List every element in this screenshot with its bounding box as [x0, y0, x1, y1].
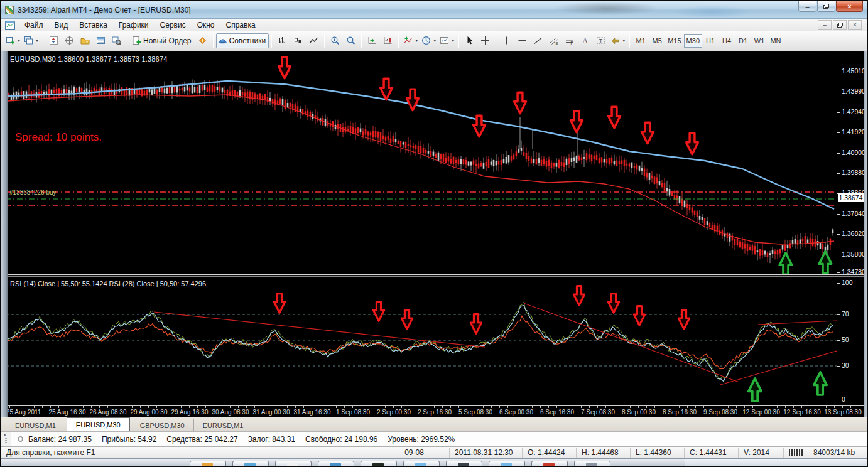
dropdown-caret-icon[interactable]: ▾	[18, 38, 20, 43]
crosshair-button[interactable]	[477, 33, 493, 48]
terminal-button[interactable]	[93, 33, 109, 48]
new-order-button[interactable]: Новый Ордер	[130, 33, 194, 48]
rsi-indicator-canvas[interactable]	[1, 277, 837, 405]
panel-divider[interactable]	[1, 274, 867, 277]
menu-item-4[interactable]: Сервис	[155, 21, 192, 30]
horizontal-line-button[interactable]	[514, 33, 530, 48]
cursor-button[interactable]	[462, 33, 477, 48]
mdi-close-button[interactable]: ×	[848, 20, 862, 30]
taskbar-button[interactable]	[361, 461, 397, 466]
arrows-tool-button[interactable]: ▾	[609, 33, 627, 48]
minimize-button[interactable]: –	[798, 1, 816, 12]
trendline-button[interactable]	[530, 33, 546, 48]
chart-tab-bar: EURUSD,M1EURUSD,M30GBPUSD,M30EURUSD,M1	[1, 416, 867, 431]
menu-item-2[interactable]: Вставка	[73, 21, 113, 30]
price-chart-canvas[interactable]	[1, 52, 837, 274]
zoom-in-button[interactable]	[327, 33, 343, 48]
fibo-icon: F	[565, 36, 574, 45]
timeframe-m30-button[interactable]: M30	[684, 34, 702, 48]
profiles-button[interactable]: ▾	[22, 33, 40, 48]
timeframe-m5-button[interactable]: M5	[649, 34, 665, 48]
taskbar-app-icon	[458, 463, 469, 466]
menu-item-3[interactable]: Графики	[113, 21, 155, 30]
timeframe-d1-button[interactable]: D1	[735, 34, 751, 48]
price-tick	[837, 92, 840, 92]
timeframe-w1-button[interactable]: W1	[751, 34, 768, 48]
menu-item-6[interactable]: Справка	[220, 21, 261, 30]
alerts-button[interactable]: !	[195, 33, 210, 48]
taskbar-button[interactable]	[446, 461, 482, 466]
rsi-axis-label: 0	[842, 395, 845, 403]
candlestick-chart-button[interactable]	[290, 33, 306, 48]
market-watch-button[interactable]	[46, 33, 62, 48]
expert-advisors-button[interactable]: Советники	[216, 33, 269, 48]
price-axis-label: 1.45010	[842, 67, 865, 75]
shift-icon	[383, 36, 393, 45]
taskbar-button[interactable]	[275, 461, 312, 466]
timeframe-m1-button[interactable]: M1	[632, 34, 649, 48]
chart-tab-0[interactable]: EURUSD,M1	[6, 419, 65, 431]
equidistant-channel-button[interactable]: E	[546, 33, 561, 48]
timeframe-h4-button[interactable]: H4	[719, 34, 735, 48]
fibonacci-button[interactable]: F	[561, 33, 577, 48]
chart-tab-1[interactable]: EURUSD,M30	[67, 417, 130, 431]
sell-arrow-icon	[380, 78, 392, 100]
window-controls: – ×	[798, 1, 863, 12]
taskbar-button[interactable]	[318, 461, 354, 466]
auto-scroll-button[interactable]	[364, 33, 380, 48]
taskbar-button[interactable]	[232, 461, 269, 466]
taskbar-button[interactable]	[574, 461, 610, 466]
indicators-button[interactable]: ▾	[401, 33, 420, 48]
zoom-out-button[interactable]	[343, 33, 359, 48]
taskbar-button[interactable]	[531, 461, 568, 466]
restore-button[interactable]	[817, 1, 835, 12]
sell-arrow-icon	[514, 92, 526, 114]
new-chart-icon	[6, 36, 15, 45]
sell-arrow-icon	[570, 111, 582, 132]
new-chart-button[interactable]: ▾	[4, 33, 22, 48]
text-icon: A	[580, 36, 590, 45]
time-axis-label: 31 Aug 00:30	[253, 409, 290, 416]
taskbar-button[interactable]	[489, 461, 525, 466]
chart-tab-3[interactable]: EURUSD,M1	[194, 419, 253, 431]
periods-button[interactable]: ▾	[420, 33, 438, 48]
dropdown-caret-icon[interactable]: ▾	[36, 38, 38, 43]
warning-icon: !	[198, 36, 207, 45]
terminal-close-icon[interactable]: ×	[3, 432, 6, 438]
text-label-button[interactable]: T	[593, 33, 609, 48]
chart-tab-2[interactable]: GBPUSD,M30	[131, 419, 194, 431]
account-stat: Средства: 25 042.27	[166, 435, 237, 444]
navigator-button[interactable]	[77, 33, 93, 48]
profiles-icon	[24, 36, 33, 45]
vertical-line-button[interactable]	[499, 33, 514, 48]
menu-item-0[interactable]: Файл	[19, 21, 49, 30]
crosshair-icon	[480, 36, 490, 45]
bar-chart-button[interactable]	[274, 33, 290, 48]
dropdown-caret-icon[interactable]: ▾	[622, 38, 625, 43]
timeframe-h1-button[interactable]: H1	[702, 34, 719, 48]
timeframe-m15-button[interactable]: M15	[665, 34, 683, 48]
price-axis-label: 1.40900	[842, 149, 865, 156]
taskbar-button[interactable]	[403, 461, 440, 466]
dropdown-caret-icon[interactable]: ▾	[433, 38, 436, 43]
chart-shift-button[interactable]	[380, 33, 396, 48]
text-button[interactable]: A	[577, 33, 593, 48]
data-window-button[interactable]	[62, 33, 77, 48]
timeframe-mn-button[interactable]: MN	[768, 34, 784, 48]
dropdown-caret-icon[interactable]: ▾	[452, 38, 454, 43]
mdi-minimize-button[interactable]: –	[818, 20, 832, 30]
strategy-tester-button[interactable]	[109, 33, 124, 48]
line-chart-button[interactable]	[306, 33, 322, 48]
menu-item-5[interactable]: Окно	[192, 21, 220, 30]
terminal-grip[interactable]: ×	[1, 432, 11, 446]
mdi-restore-button[interactable]	[833, 20, 847, 30]
status-period: 09-08	[379, 448, 449, 458]
taskbar-button[interactable]	[190, 461, 226, 466]
close-button[interactable]: ×	[836, 1, 863, 12]
svg-text:T: T	[599, 38, 603, 44]
templates-button[interactable]: ▾	[438, 33, 456, 48]
price-tick	[837, 255, 840, 255]
menu-item-1[interactable]: Вид	[49, 21, 74, 30]
dropdown-caret-icon[interactable]: ▾	[415, 38, 418, 43]
taskbar-app-icon	[372, 463, 384, 466]
